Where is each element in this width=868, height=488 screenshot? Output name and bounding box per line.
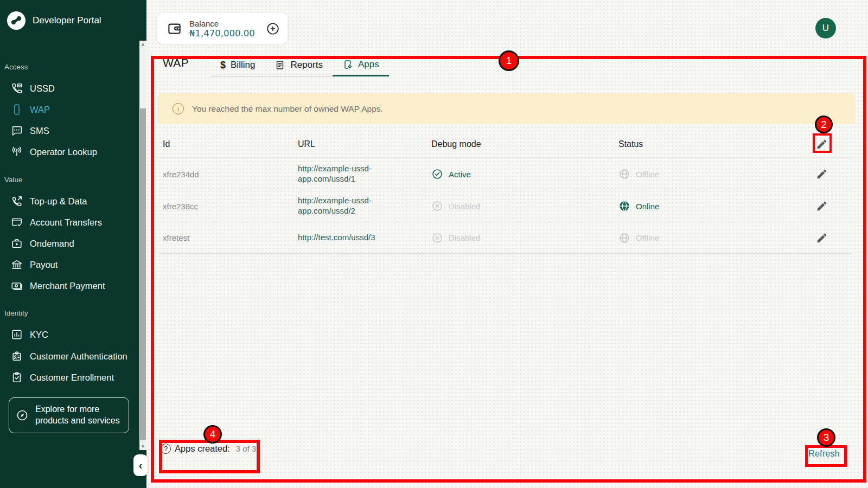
sidebar-item-label: KYC [30,330,48,340]
balance-value: ₦1,470,000.00 [189,28,258,38]
globe-icon [618,200,630,212]
id-badge-icon [11,350,23,362]
bar-chart-icon [11,329,23,341]
max-apps-banner: i You reached the max number of owned WA… [157,93,856,124]
balance-card: Balance ₦1,470,000.00 [157,13,288,44]
ussd-phone-icon [11,82,23,94]
status-cell: Offline [618,168,792,180]
sidebar-item-operator-lookup[interactable]: Operator Lookup [11,144,97,159]
user-avatar[interactable]: U [815,18,836,38]
sidebar-item-ussd[interactable]: USSD [11,81,55,96]
x-circle-icon [431,232,443,244]
app-gear-icon [342,59,353,70]
sidebar-item-ondemand[interactable]: Ondemand [11,236,74,251]
question-circle-icon[interactable]: ? [161,444,171,454]
briefcase-play-icon [11,237,23,249]
edit-pencil-icon[interactable] [815,137,829,151]
edit-pencil-icon[interactable] [815,231,829,245]
antenna-icon [11,146,23,158]
banner-text: You reached the max number of owned WAP … [192,104,383,114]
globe-icon [618,232,630,244]
add-funds-button[interactable] [266,22,280,36]
sidebar-item-label: Merchant Payment [30,281,105,291]
debug-mode-cell: Disabled [431,232,618,244]
plus-circle-icon [266,22,280,36]
tab-label: Billing [231,60,255,70]
sidebar-item-account-transfers[interactable]: Account Transfers [11,215,102,230]
banknote-icon [11,280,23,292]
refresh-button[interactable]: Refresh [808,448,840,459]
column-header-id: Id [157,139,298,149]
column-header-debug-mode: Debug mode [431,139,618,149]
section-label-access: Access [4,63,28,71]
sidebar-item-kyc[interactable]: KYC [11,327,48,342]
bank-icon [11,259,23,271]
clipboard-check-icon [11,371,23,383]
app-id: xfretest [157,233,298,242]
balance-label: Balance [189,19,258,28]
sidebar-item-label: Account Transfers [30,217,102,228]
sidebar-item-sms[interactable]: SMS [11,123,49,138]
report-doc-icon [275,60,285,70]
status-cell: Offline [618,232,792,244]
sidebar-item-wap[interactable]: WAP [11,102,50,117]
edit-pencil-icon[interactable] [815,167,829,181]
sidebar-item-merchant-payment[interactable]: Merchant Payment [11,278,105,293]
tab-bar: $ Billing Reports Apps [210,54,389,76]
tab-reports[interactable]: Reports [265,54,333,76]
section-label-value: Value [4,176,23,184]
wallet-icon [167,21,182,36]
edit-pencil-icon[interactable] [815,199,829,213]
phone-arrow-icon [11,195,23,207]
wap-phone-icon [11,104,23,115]
brand: Developer Portal [7,11,101,30]
apps-created-label: Apps created: [175,444,230,454]
sidebar-item-label: Customer Authentication [30,351,127,362]
status-cell: Online [618,200,792,212]
sidebar-item-label: SMS [30,126,49,136]
debug-mode-cell: Disabled [431,200,618,212]
app-url: http://test.com/ussd/3 [298,233,431,243]
page-title: WAP [163,56,189,69]
sms-chat-icon [11,125,23,137]
sidebar-item-label: USSD [30,84,55,94]
info-icon: i [173,103,184,114]
sidebar-item-customer-authentication[interactable]: Customer Authentication [11,349,127,364]
card-check-icon [11,216,23,228]
sidebar-collapse-button[interactable]: ‹ [133,454,148,476]
sidebar-item-customer-enrollment[interactable]: Customer Enrollment [11,370,114,385]
sidebar-item-payout[interactable]: Payout [11,257,58,272]
sidebar-scrollbar[interactable]: ▲ ▼ [139,41,146,450]
app-url: http://example-ussd-app.com/ussd/1 [298,164,431,184]
sidebar-item-label: Top-up & Data [30,196,87,207]
table-header-row: Id URL Debug mode Status [157,130,852,158]
apps-created-counter: ? Apps created: 3 of 3 [161,444,256,454]
section-label-identity: Identity [4,309,28,317]
scroll-up-icon[interactable]: ▲ [139,41,146,48]
apps-table: Id URL Debug mode Status xfre234dd http:… [157,130,852,254]
brand-title: Developer Portal [33,15,101,26]
explore-button[interactable]: Explore for more products and services [9,397,129,433]
globe-icon [618,168,630,180]
tab-label: Apps [358,59,379,70]
tab-apps[interactable]: Apps [333,54,389,76]
sidebar-item-label: Operator Lookup [30,147,97,157]
logo-icon [7,11,26,30]
tab-label: Reports [290,60,323,70]
debug-mode-cell: Active [431,168,618,180]
apps-created-value: 3 of 3 [236,444,257,453]
check-circle-icon [431,168,443,180]
compass-icon [16,409,29,422]
table-row: xfre238cc http://example-ussd-app.com/us… [157,190,852,222]
sidebar-item-topup-data[interactable]: Top-up & Data [11,194,87,209]
column-header-url: URL [298,139,431,149]
x-circle-icon [431,200,443,212]
dollar-icon: $ [220,60,226,71]
scroll-down-icon[interactable]: ▼ [139,443,146,450]
table-row: xfre234dd http://example-ussd-app.com/us… [157,158,852,190]
sidebar-item-label: WAP [30,105,50,115]
table-row: xfretest http://test.com/ussd/3 Disabled… [157,222,852,254]
tab-billing[interactable]: $ Billing [210,54,265,76]
scrollbar-thumb[interactable] [140,108,146,440]
sidebar: Developer Portal Access USSD WAP SMS Ope… [0,0,146,488]
